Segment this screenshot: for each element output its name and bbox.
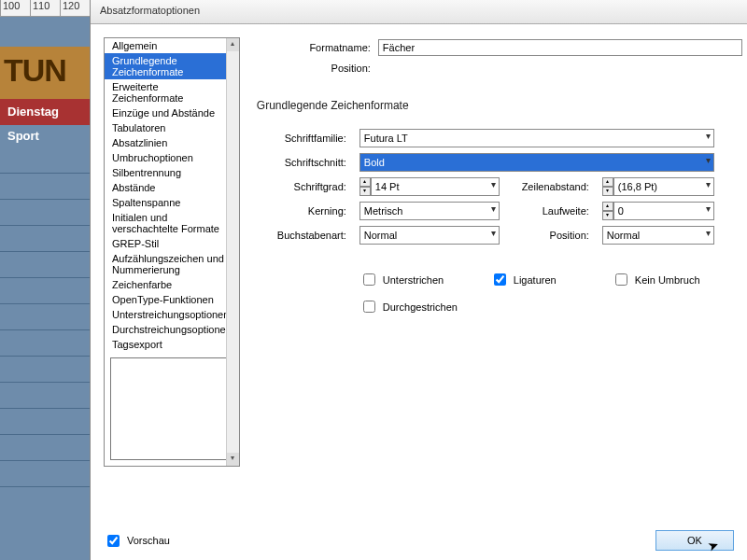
tracking-label: Laufweite: — [509, 205, 593, 217]
charpos-label: Position: — [509, 230, 593, 241]
leading-label: Zeilenabstand: — [509, 181, 593, 192]
font-size-field[interactable]: ▴▾ 14 Pt — [359, 177, 500, 196]
formatname-input[interactable] — [378, 39, 742, 56]
scroll-down-icon[interactable]: ▾ — [227, 453, 239, 466]
category-item[interactable]: Spaltenspanne — [105, 195, 239, 210]
nobreak-checkbox[interactable]: Kein Umbruch — [612, 271, 742, 288]
category-item[interactable]: Unterstreichungsoptionen — [105, 307, 239, 322]
case-label: Buchstabenart: — [257, 230, 350, 241]
category-item[interactable]: Initialen und verschachtelte Formate — [105, 210, 239, 236]
stepper-up-icon[interactable]: ▴ — [602, 202, 613, 211]
bg-section-label: Sport — [0, 125, 90, 147]
category-item[interactable]: Grundlegende Zeichenformate — [105, 53, 239, 79]
leading-field[interactable]: ▴▾ (16,8 Pt) — [602, 177, 714, 196]
category-item[interactable]: Tagsexport — [105, 337, 239, 352]
stepper-down-icon[interactable]: ▾ — [602, 187, 613, 196]
category-item[interactable]: Durchstreichungsoptionen — [105, 322, 239, 337]
ligatures-checkbox[interactable]: Ligaturen — [490, 271, 612, 288]
ruler-tick: 120 — [60, 0, 90, 16]
stepper-down-icon[interactable]: ▾ — [359, 187, 371, 196]
dialog-title: Absatzformatoptionen — [91, 0, 747, 24]
category-item[interactable]: Erweiterte Zeichenformate — [105, 79, 239, 105]
category-item[interactable]: Aufzählungszeichen und Nummerierung — [105, 251, 239, 277]
category-item[interactable]: Tabulatoren — [105, 120, 239, 135]
underline-checkbox[interactable]: Unterstrichen — [359, 271, 490, 288]
font-family-select[interactable]: Futura LT — [359, 129, 714, 147]
charpos-select[interactable]: Normal — [602, 226, 714, 245]
section-heading: Grundlegende Zeichenformate — [257, 99, 742, 112]
stepper-up-icon[interactable]: ▴ — [602, 177, 613, 187]
ruler-tick: 100 — [0, 0, 30, 16]
category-item[interactable]: OpenType-Funktionen — [105, 292, 239, 307]
category-item[interactable]: Allgemein — [105, 38, 239, 53]
font-size-label: Schriftgrad: — [257, 181, 350, 192]
preview-checkbox[interactable]: Vorschau — [104, 532, 170, 550]
tracking-field[interactable]: ▴▾ 0 — [602, 202, 714, 220]
ruler-tick: 110 — [30, 0, 60, 16]
category-item[interactable]: Zeichenfarbe — [105, 277, 239, 292]
category-item[interactable]: Umbruchoptionen — [105, 150, 239, 165]
font-family-label: Schriftfamilie: — [257, 133, 350, 144]
stepper-down-icon[interactable]: ▾ — [602, 211, 613, 220]
formatname-label: Formatname: — [257, 42, 378, 53]
position-label: Position: — [257, 63, 378, 74]
category-list[interactable]: AllgemeinGrundlegende ZeichenformateErwe… — [104, 37, 240, 467]
bg-headline: TUN — [0, 47, 90, 99]
stepper-up-icon[interactable]: ▴ — [359, 177, 371, 187]
category-item[interactable]: Abstände — [105, 180, 239, 195]
scrollbar[interactable]: ▴ ▾ — [226, 38, 239, 466]
strike-checkbox[interactable]: Durchgestrichen — [359, 298, 490, 315]
category-item[interactable]: GREP-Stil — [105, 236, 239, 251]
font-style-select[interactable]: Bold — [359, 153, 714, 172]
case-select[interactable]: Normal — [359, 226, 500, 245]
background-document: 100 110 120 TUN Dienstag Sport — [0, 0, 90, 560]
bg-day-label: Dienstag — [0, 99, 90, 125]
scroll-up-icon[interactable]: ▴ — [227, 38, 239, 51]
kerning-label: Kerning: — [257, 205, 350, 217]
ruler: 100 110 120 — [0, 0, 90, 17]
category-list-empty — [110, 357, 233, 460]
ok-button[interactable]: OK — [655, 530, 734, 551]
category-item[interactable]: Absatzlinien — [105, 135, 239, 150]
category-item[interactable]: Silbentrennung — [105, 165, 239, 180]
paragraph-style-options-dialog: Absatzformatoptionen AllgemeinGrundlegen… — [90, 0, 747, 560]
font-style-label: Schriftschnitt: — [257, 157, 350, 168]
kerning-select[interactable]: Metrisch — [359, 202, 500, 220]
category-item[interactable]: Einzüge und Abstände — [105, 105, 239, 120]
